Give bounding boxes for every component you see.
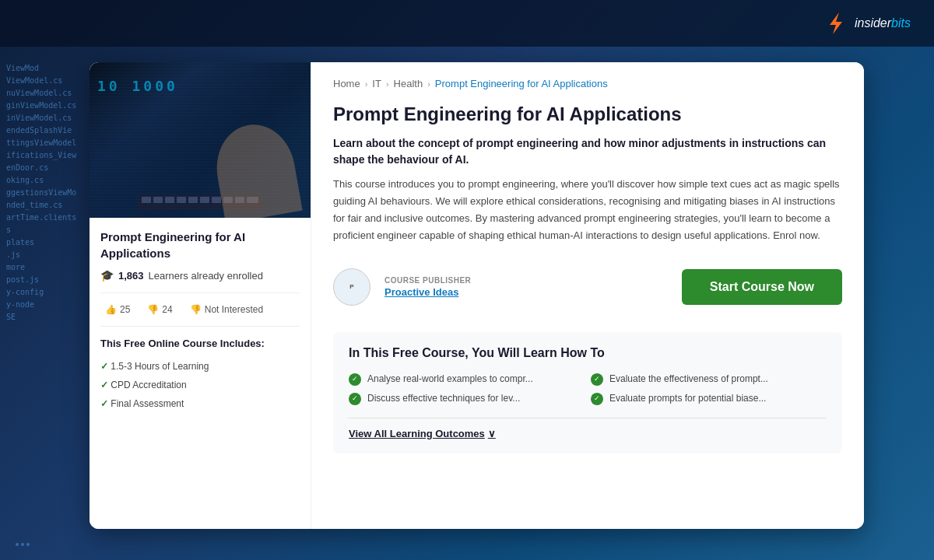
svg-rect-20 [177, 197, 186, 203]
enrolled-row: 🎓 1,863 Learners already enrolled [100, 269, 300, 282]
breadcrumb-home[interactable]: Home [333, 78, 360, 89]
reaction-row: 👍 25 👎 24 👎 Not Interested [100, 292, 300, 327]
header: insiderbits [0, 0, 934, 47]
lightning-icon [822, 9, 850, 37]
not-interested-button[interactable]: 👎 Not Interested [185, 301, 268, 318]
left-content: Prompt Engineering for AI Applications 🎓… [90, 218, 311, 424]
breadcrumb-sep-1: › [365, 79, 368, 89]
not-interested-icon: 👎 [190, 304, 202, 315]
view-all-learning-outcomes[interactable]: View All Learning Outcomes ∨ [349, 418, 827, 439]
learn-grid: ✓ Analyse real-world examples to compr..… [349, 373, 827, 405]
breadcrumb-sep-2: › [386, 79, 389, 89]
publisher-name[interactable]: Proactive Ideas [384, 286, 668, 298]
includes-item-1: 1.5-3 Hours of Learning [100, 357, 300, 376]
course-tagline: Learn about the concept of prompt engine… [333, 135, 842, 168]
logo-bits: bits [891, 16, 911, 30]
check-icon-4: ✓ [591, 393, 603, 405]
like-count: 25 [120, 304, 130, 315]
breadcrumb-health[interactable]: Health [394, 78, 423, 89]
check-icon-2: ✓ [591, 373, 603, 386]
publisher-row: P COURSE PUBLISHER Proactive Ideas Start… [333, 261, 842, 313]
learn-section: In This Free Course, You Will Learn How … [333, 332, 842, 453]
svg-marker-15 [830, 12, 842, 34]
learn-title: In This Free Course, You Will Learn How … [349, 346, 827, 360]
enrolled-count: 1,863 [118, 270, 144, 282]
learn-item-3: ✓ Discuss effective techniques for lev..… [349, 392, 585, 405]
publisher-logo: P [333, 268, 370, 306]
code-numbers: 10 1000 [97, 78, 178, 94]
laptop-simulation: 10 1000 [90, 62, 311, 218]
publisher-info: COURSE PUBLISHER Proactive Ideas [384, 276, 668, 298]
logo-insider: insider [855, 16, 891, 30]
thumbs-down-icon: 👎 [147, 304, 159, 315]
not-interested-label: Not Interested [205, 304, 263, 315]
includes-item-3: Final Assessment [100, 394, 300, 413]
dislike-button[interactable]: 👎 24 [142, 301, 177, 318]
enrolled-label: Learners already enrolled [149, 270, 263, 282]
left-panel: 10 1000 Prompt [90, 62, 311, 529]
includes-item-2: CPD Accreditation [100, 376, 300, 394]
dot-1 [16, 543, 19, 546]
dislike-count: 24 [162, 304, 172, 315]
dot-2 [21, 543, 24, 546]
publisher-logo-text: P [349, 283, 353, 290]
right-panel: Home › IT › Health › Prompt Engineering … [311, 62, 864, 529]
svg-rect-17 [142, 197, 151, 203]
view-all-label: View All Learning Outcomes [349, 428, 485, 439]
svg-rect-21 [188, 197, 198, 203]
svg-rect-23 [212, 197, 221, 203]
course-image: 10 1000 [90, 62, 311, 218]
logo: insiderbits [822, 9, 911, 37]
course-title-main: Prompt Engineering for AI Applications [333, 102, 842, 126]
breadcrumb-current: Prompt Engineering for AI Applications [435, 78, 608, 89]
includes-list: 1.5-3 Hours of Learning CPD Accreditatio… [100, 357, 300, 413]
check-icon-3: ✓ [349, 393, 361, 405]
chevron-down-icon: ∨ [488, 428, 496, 439]
course-description: This course introduces you to prompt eng… [333, 176, 842, 244]
svg-rect-22 [200, 197, 209, 203]
svg-rect-18 [153, 197, 163, 203]
learn-item-2: ✓ Evaluate the effectiveness of prompt..… [591, 373, 827, 386]
bottom-bar [0, 529, 934, 560]
check-icon-1: ✓ [349, 373, 361, 386]
code-background: ViewModViewModel.csnuViewModel.csginView… [0, 0, 93, 560]
breadcrumb-it[interactable]: IT [372, 78, 381, 89]
dot-3 [26, 543, 30, 546]
logo-text: insiderbits [855, 16, 911, 30]
publisher-label: COURSE PUBLISHER [384, 276, 668, 285]
learn-item-4-text: Evaluate prompts for potential biase... [609, 392, 766, 405]
learn-item-1: ✓ Analyse real-world examples to compr..… [349, 373, 585, 386]
thumbs-up-icon: 👍 [105, 304, 117, 315]
learn-item-4: ✓ Evaluate prompts for potential biase..… [591, 392, 827, 405]
main-card: 10 1000 Prompt [90, 62, 864, 529]
breadcrumb: Home › IT › Health › Prompt Engineering … [333, 78, 842, 89]
start-course-button[interactable]: Start Course Now [682, 269, 842, 305]
includes-title: This Free Online Course Includes: [100, 338, 300, 349]
graduation-icon: 🎓 [100, 269, 114, 282]
svg-rect-19 [165, 197, 174, 203]
hand-shape [209, 118, 302, 218]
learn-item-2-text: Evaluate the effectiveness of prompt... [609, 373, 768, 386]
breadcrumb-sep-3: › [427, 79, 430, 89]
learn-item-3-text: Discuss effective techniques for lev... [367, 392, 520, 405]
like-button[interactable]: 👍 25 [100, 301, 135, 318]
course-title-left: Prompt Engineering for AI Applications [100, 229, 300, 261]
learn-item-1-text: Analyse real-world examples to compr... [367, 373, 533, 386]
